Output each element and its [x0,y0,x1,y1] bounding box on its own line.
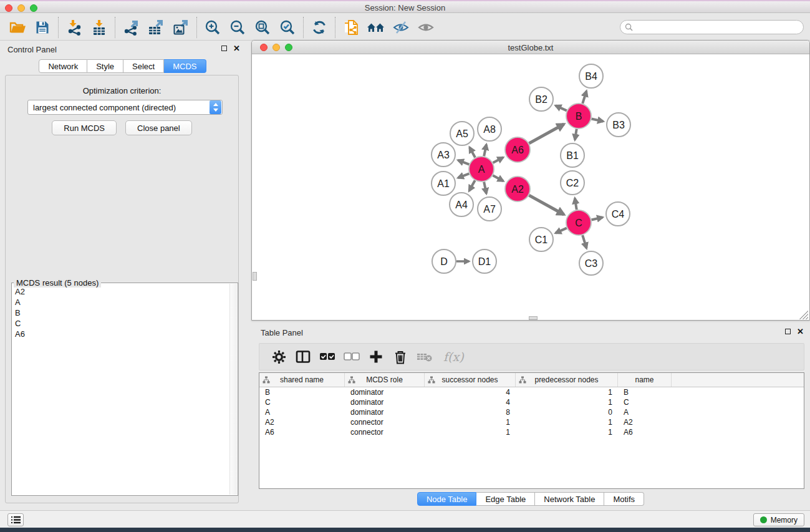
float-table-panel-icon[interactable] [785,329,791,334]
canvas-horizontal-scroll-thumb[interactable] [529,316,538,320]
node-A7[interactable]: A7 [478,197,501,221]
edge-A-A2[interactable] [493,175,503,181]
table-cell[interactable]: A6 [618,427,672,437]
table-cell[interactable]: dominator [345,407,425,417]
function-builder-button[interactable]: f(x) [443,350,464,364]
network-window-titlebar[interactable]: testGlobe.txt [252,41,809,54]
table-cell[interactable]: dominator [345,397,425,407]
node-table[interactable]: shared nameMCDS rolesuccessor nodesprede… [259,372,804,489]
table-cell[interactable]: C [618,397,672,407]
open-session-button[interactable] [5,16,30,39]
column-header-name[interactable]: name [618,373,672,387]
table-row[interactable]: A6connector11A6 [259,427,804,437]
tab-select[interactable]: Select [123,59,164,73]
column-header-shared-name[interactable]: shared name [259,373,345,387]
unselect-all-columns-button[interactable] [344,349,360,365]
node-A8[interactable]: A8 [478,117,501,141]
result-item[interactable]: B [12,307,229,318]
table-cell[interactable]: 1 [425,417,516,427]
select-all-columns-button[interactable] [319,349,335,365]
table-cell[interactable]: A [259,407,345,417]
edge-A-A7[interactable] [484,182,486,194]
show-selected-button[interactable] [413,16,438,39]
edge-A6-B[interactable] [529,124,564,143]
table-cell[interactable]: A2 [259,417,345,427]
import-network-button[interactable] [62,16,87,39]
edge-A-A3[interactable] [458,160,470,165]
result-item[interactable]: C [12,318,229,329]
canvas-vertical-scroll-thumb[interactable] [253,272,257,281]
table-cell[interactable]: 4 [425,397,516,407]
table-cell[interactable]: 1 [425,427,516,437]
delete-columns-button[interactable] [392,349,408,365]
float-panel-icon[interactable] [221,46,227,51]
table-cell[interactable]: dominator [345,387,425,397]
edge-A-A8[interactable] [484,145,486,157]
tab-network-table[interactable]: Network Table [535,492,604,506]
table-cell[interactable]: 0 [516,407,618,417]
node-C[interactable]: C [566,210,591,235]
tab-mcds[interactable]: MCDS [164,59,206,73]
edge-B-B3[interactable] [592,118,604,121]
edge-A2-C[interactable] [529,195,564,215]
edge-C-C1[interactable] [556,228,567,233]
tab-node-table[interactable]: Node Table [417,492,477,506]
node-D1[interactable]: D1 [473,249,496,273]
table-cell[interactable]: 8 [425,407,516,417]
node-C2[interactable]: C2 [561,171,584,195]
tab-motifs[interactable]: Motifs [604,492,644,506]
task-history-button[interactable] [7,513,24,526]
node-C3[interactable]: C3 [579,251,603,275]
edge-A-A1[interactable] [458,173,470,178]
hide-selected-button[interactable] [388,16,413,39]
table-cell[interactable]: B [259,387,345,397]
edge-B-B2[interactable] [556,105,567,110]
table-settings-button[interactable] [271,349,287,365]
result-item[interactable]: A2 [12,286,229,297]
result-item[interactable]: A [12,297,229,307]
table-cell[interactable]: A [618,407,672,417]
edge-B-B1[interactable] [575,129,577,140]
memory-button[interactable]: Memory [753,513,804,526]
zoom-out-button[interactable] [225,16,250,39]
node-A[interactable]: A [469,157,494,181]
column-header-MCDS-role[interactable]: MCDS role [345,373,425,387]
zoom-in-button[interactable] [200,16,225,39]
close-panel-icon[interactable]: ✕ [233,45,240,52]
new-network-from-selection-button[interactable] [339,16,364,39]
table-cell[interactable]: 1 [516,427,618,437]
node-A6[interactable]: A6 [505,137,530,162]
table-cell[interactable]: C [259,397,345,407]
resize-grip-icon[interactable] [799,311,808,319]
node-A5[interactable]: A5 [450,122,474,145]
column-header-predecessor-nodes[interactable]: predecessor nodes [516,373,618,387]
close-panel-button[interactable]: Close panel [125,120,192,135]
node-B[interactable]: B [566,104,591,128]
table-cell[interactable]: 1 [516,417,618,427]
node-C4[interactable]: C4 [606,202,630,226]
search-input[interactable] [636,23,803,32]
node-A3[interactable]: A3 [432,143,455,167]
node-B1[interactable]: B1 [561,143,584,167]
column-header-successor-nodes[interactable]: successor nodes [425,373,516,387]
tab-style[interactable]: Style [87,59,123,73]
refresh-button[interactable] [307,16,332,39]
node-C1[interactable]: C1 [529,228,553,251]
edge-A-A5[interactable] [470,147,475,157]
save-session-button[interactable] [30,16,55,39]
table-cell[interactable]: connector [345,417,425,427]
table-cell[interactable]: A6 [259,427,345,437]
result-item[interactable]: A6 [12,329,229,339]
node-A1[interactable]: A1 [432,172,455,195]
table-cell[interactable]: A2 [618,417,672,427]
node-D[interactable]: D [432,249,456,273]
table-cell[interactable]: 1 [516,387,618,397]
close-table-panel-icon[interactable]: ✕ [797,328,804,335]
table-cell[interactable]: 4 [425,387,516,397]
node-B3[interactable]: B3 [607,113,630,137]
export-image-button[interactable] [168,16,193,39]
import-table-button[interactable] [87,16,112,39]
show-all-networks-button[interactable] [364,16,388,39]
table-row[interactable]: Bdominator41B [259,387,804,397]
network-canvas[interactable]: B4B2BB3B1A5A8A6A3AA1A4A7A2C2CC4C1C3DD1 [253,55,809,320]
